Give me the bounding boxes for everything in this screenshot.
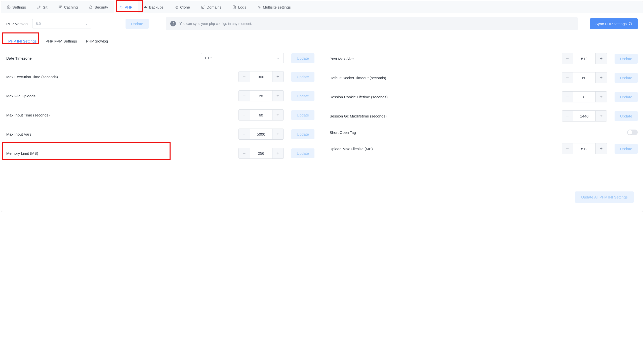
setting-short-open-tag: Short Open Tag xyxy=(330,130,638,135)
update-button[interactable]: Update xyxy=(291,91,314,101)
setting-label: Max Execution Time (seconds) xyxy=(6,75,58,79)
stepper: − + xyxy=(238,148,284,159)
php-version-value: 8.0 xyxy=(36,22,41,26)
minus-button[interactable]: − xyxy=(239,91,250,101)
plus-button[interactable]: + xyxy=(596,143,607,154)
gear-icon xyxy=(257,5,261,9)
tab-php[interactable]: PHP xyxy=(114,1,138,13)
tab-label: Logs xyxy=(238,5,246,9)
value-input[interactable] xyxy=(573,53,596,64)
value-input[interactable] xyxy=(250,129,272,139)
value-input[interactable] xyxy=(573,92,596,102)
plus-button[interactable]: + xyxy=(272,129,284,139)
bottom-bar: Update All PHP INI Settings xyxy=(1,161,643,212)
plus-button[interactable]: + xyxy=(596,53,607,64)
update-button[interactable]: Update xyxy=(291,53,314,63)
tab-domains[interactable]: Domains xyxy=(195,1,227,13)
minus-button[interactable]: − xyxy=(562,53,573,64)
value-input[interactable] xyxy=(573,72,596,83)
setting-label: Max Input Vars xyxy=(6,132,31,136)
plus-button[interactable]: + xyxy=(272,148,284,158)
stepper: − + xyxy=(238,90,284,101)
value-input[interactable] xyxy=(250,110,272,120)
app-container: Settings Git Caching Security PHP Backup… xyxy=(1,1,643,212)
plus-button[interactable]: + xyxy=(596,111,607,121)
update-button[interactable]: Update xyxy=(291,72,314,82)
minus-button[interactable]: − xyxy=(562,143,573,154)
update-button[interactable]: Update xyxy=(615,92,638,102)
plus-button[interactable]: + xyxy=(272,110,284,120)
setting-memory-limit: Memory Limit (MB) − + Update xyxy=(6,148,314,159)
sub-tabs: PHP INI Settings PHP FPM Settings PHP Sl… xyxy=(1,35,643,47)
stepper: − + xyxy=(562,91,607,102)
setting-label: Max File Uploads xyxy=(6,94,35,98)
value-input[interactable] xyxy=(573,111,596,121)
top-tabs: Settings Git Caching Security PHP Backup… xyxy=(1,1,643,13)
value-input[interactable] xyxy=(573,143,596,154)
setting-session-gc-maxlifetime: Session Gc Maxlifetime (seconds) − + Upd… xyxy=(330,110,638,122)
info-icon: i xyxy=(170,21,176,26)
minus-button[interactable]: − xyxy=(562,111,573,121)
sub-tab-ini[interactable]: PHP INI Settings xyxy=(4,35,41,47)
update-button[interactable]: Update xyxy=(291,110,314,120)
svg-point-11 xyxy=(122,6,122,7)
setting-session-cookie-lifetime: Session Cookie Lifetime (seconds) − + Up… xyxy=(330,91,638,102)
tab-settings[interactable]: Settings xyxy=(1,1,31,13)
caching-icon xyxy=(58,5,62,9)
update-button[interactable]: Update xyxy=(615,111,638,121)
tab-backups[interactable]: Backups xyxy=(138,1,169,13)
php-version-row: PHP Version 8.0 ⌄ Update i You can sync … xyxy=(1,13,643,35)
php-version-select[interactable]: 8.0 ⌄ xyxy=(32,19,91,28)
setting-max-input-vars: Max Input Vars − + Update xyxy=(6,129,314,140)
tab-label: Settings xyxy=(12,5,26,9)
update-button[interactable]: Update xyxy=(615,54,638,64)
minus-button[interactable]: − xyxy=(239,71,250,82)
setting-max-execution-time: Max Execution Time (seconds) − + Update xyxy=(6,71,314,82)
setting-label: Memory Limit (MB) xyxy=(6,151,38,155)
lock-icon xyxy=(89,5,93,9)
update-button[interactable]: Update xyxy=(291,129,314,139)
plus-button[interactable]: + xyxy=(596,72,607,83)
update-button[interactable]: Update xyxy=(615,144,638,154)
setting-post-max-size: Post Max Size − + Update xyxy=(330,53,638,64)
minus-button[interactable]: − xyxy=(239,148,250,158)
stepper: − + xyxy=(562,143,607,154)
update-button[interactable]: Update xyxy=(291,148,314,158)
settings-grid: Date Timezone UTC ⌄ Update Max Execution… xyxy=(1,47,643,161)
tab-label: Git xyxy=(43,5,47,9)
update-button[interactable]: Update xyxy=(615,73,638,83)
php-icon xyxy=(119,5,123,9)
chevron-down-icon: ⌄ xyxy=(85,22,88,25)
tab-logs[interactable]: Logs xyxy=(227,1,252,13)
tab-clone[interactable]: Clone xyxy=(169,1,195,13)
tab-caching[interactable]: Caching xyxy=(53,1,83,13)
plus-button[interactable]: + xyxy=(272,91,284,101)
svg-point-9 xyxy=(122,7,122,7)
setting-label: Upload Max Filesize (MB) xyxy=(330,147,373,151)
value-input[interactable] xyxy=(250,148,272,158)
setting-label: Post Max Size xyxy=(330,57,354,61)
sub-tab-slowlog[interactable]: PHP Slowlog xyxy=(82,35,112,47)
php-version-update-button[interactable]: Update xyxy=(126,19,149,29)
timezone-select[interactable]: UTC ⌄ xyxy=(201,53,284,63)
minus-button[interactable]: − xyxy=(239,129,250,139)
gear-icon xyxy=(7,5,11,9)
git-icon xyxy=(37,5,41,9)
update-all-button[interactable]: Update All PHP INI Settings xyxy=(575,191,634,203)
minus-button[interactable]: − xyxy=(562,72,573,83)
svg-rect-3 xyxy=(59,7,60,8)
plus-button[interactable]: + xyxy=(272,71,284,82)
plus-button[interactable]: + xyxy=(596,92,607,102)
tab-git[interactable]: Git xyxy=(31,1,53,13)
toggle[interactable] xyxy=(627,130,638,135)
sync-php-settings-button[interactable]: Sync PHP settings xyxy=(590,18,638,29)
sync-label: Sync PHP settings xyxy=(595,22,627,26)
tab-multisite[interactable]: Multisite settings xyxy=(252,1,296,13)
minus-button: − xyxy=(562,92,573,102)
settings-right-column: Post Max Size − + Update Default Socket … xyxy=(330,53,638,159)
sub-tab-fpm[interactable]: PHP FPM Settings xyxy=(41,35,82,47)
tab-security[interactable]: Security xyxy=(83,1,113,13)
value-input[interactable] xyxy=(250,91,272,101)
value-input[interactable] xyxy=(250,71,272,82)
minus-button[interactable]: − xyxy=(239,110,250,120)
